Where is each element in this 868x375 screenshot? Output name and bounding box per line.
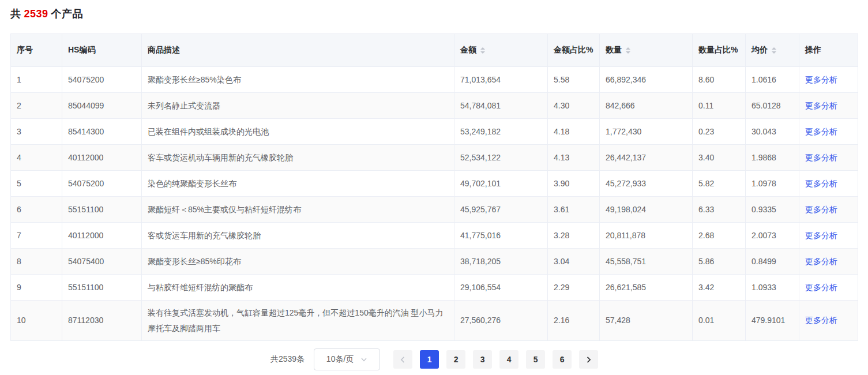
cell-description: 装有往复式活塞发动机，气缸容量超过125毫升，但不超过150毫升的汽油 型小马力… xyxy=(142,301,454,340)
cell-description: 未列名静止式变流器 xyxy=(142,93,454,118)
cell-quantity: 66,892,346 xyxy=(600,67,693,92)
page-button-1[interactable]: 1 xyxy=(420,350,439,369)
page-button-4[interactable]: 4 xyxy=(499,350,518,369)
cell-index: 10 xyxy=(11,301,62,340)
chevron-right-icon xyxy=(585,356,592,363)
more-analysis-link[interactable]: 更多分析 xyxy=(805,228,837,243)
cell-quantity: 45,272,933 xyxy=(600,171,693,196)
page-button-5[interactable]: 5 xyxy=(526,350,545,369)
column-header-amount_pct: 金额占比% xyxy=(548,34,600,66)
cell-avg_price: 0.8499 xyxy=(746,249,799,274)
cell-avg_price: 30.043 xyxy=(746,119,799,144)
sort-icon[interactable] xyxy=(480,47,485,54)
more-analysis-link[interactable]: 更多分析 xyxy=(805,202,837,217)
cell-quantity_pct: 3.40 xyxy=(693,145,746,170)
cell-amount: 71,013,654 xyxy=(454,67,548,92)
cell-description: 染色的纯聚酯变形长丝布 xyxy=(142,171,454,196)
caret-up-icon xyxy=(626,47,630,50)
column-header-amount[interactable]: 金额 xyxy=(454,34,548,66)
table-row: 554075200染色的纯聚酯变形长丝布49,702,1013.9045,272… xyxy=(11,170,858,196)
cell-amount_pct: 2.29 xyxy=(548,275,600,300)
table-row: 740112000客或货运车用新的充气橡胶轮胎41,775,0163.2820,… xyxy=(11,222,858,248)
prev-page-button[interactable] xyxy=(393,350,412,369)
cell-quantity_pct: 0.01 xyxy=(693,301,746,340)
more-analysis-link[interactable]: 更多分析 xyxy=(805,98,837,114)
table-body: 154075200聚酯变形长丝≥85%染色布71,013,6545.5866,8… xyxy=(11,66,858,340)
cell-amount: 52,534,122 xyxy=(454,145,548,170)
sort-icon[interactable] xyxy=(626,47,630,54)
cell-quantity_pct: 6.33 xyxy=(693,197,746,222)
cell-avg_price: 479.9101 xyxy=(746,301,799,340)
cell-amount_pct: 4.13 xyxy=(548,145,600,170)
cell-quantity_pct: 3.42 xyxy=(693,275,746,300)
column-header-avg_price[interactable]: 均价 xyxy=(746,34,799,66)
more-analysis-link[interactable]: 更多分析 xyxy=(805,72,837,88)
page-button-6[interactable]: 6 xyxy=(553,350,572,369)
table-row: 655151100聚酯短纤＜85%主要或仅与粘纤短纤混纺布45,925,7673… xyxy=(11,196,858,222)
more-analysis-link[interactable]: 更多分析 xyxy=(805,254,837,269)
more-analysis-link[interactable]: 更多分析 xyxy=(805,176,837,192)
cell-amount_pct: 4.18 xyxy=(548,119,600,144)
column-label: 操作 xyxy=(805,45,821,55)
cell-quantity: 842,666 xyxy=(600,93,693,118)
page-title: 共2539个产品 xyxy=(10,7,858,21)
page-size-select[interactable]: 10条/页 xyxy=(314,348,380,370)
cell-description: 客或货运车用新的充气橡胶轮胎 xyxy=(142,223,454,248)
table-row: 285044099未列名静止式变流器54,784,0814.30842,6660… xyxy=(11,92,858,118)
table-row: 955151100与粘胶纤维短纤混纺的聚酯布29,106,5542.2926,6… xyxy=(11,274,858,300)
cell-quantity: 57,428 xyxy=(600,301,693,340)
product-count: 2539 xyxy=(24,8,48,20)
cell-index: 1 xyxy=(11,67,62,92)
cell-action: 更多分析 xyxy=(799,197,858,222)
table-row: 385414300已装在组件内或组装成块的光电池53,249,1824.181,… xyxy=(11,118,858,144)
page-button-3[interactable]: 3 xyxy=(473,350,492,369)
page-size-value: 10条/页 xyxy=(326,354,354,365)
cell-hs_code: 85044099 xyxy=(62,93,142,118)
next-page-button[interactable] xyxy=(579,350,598,369)
cell-amount: 49,702,101 xyxy=(454,171,548,196)
cell-description: 客车或货运机动车辆用新的充气橡胶轮胎 xyxy=(142,145,454,170)
cell-hs_code: 54075400 xyxy=(62,249,142,274)
cell-amount: 54,784,081 xyxy=(454,93,548,118)
cell-action: 更多分析 xyxy=(799,223,858,248)
column-label: 商品描述 xyxy=(148,45,180,55)
column-label: 数量 xyxy=(606,45,622,55)
table-row: 154075200聚酯变形长丝≥85%染色布71,013,6545.5866,8… xyxy=(11,66,858,92)
caret-down-icon xyxy=(772,51,776,54)
cell-hs_code: 40112000 xyxy=(62,223,142,248)
pagination: 共2539条 10条/页 123456 xyxy=(10,348,858,370)
cell-quantity: 26,621,585 xyxy=(600,275,693,300)
cell-index: 7 xyxy=(11,223,62,248)
cell-quantity: 1,772,430 xyxy=(600,119,693,144)
more-analysis-link[interactable]: 更多分析 xyxy=(805,313,837,328)
column-header-hs_code: HS编码 xyxy=(62,34,142,66)
caret-up-icon xyxy=(772,47,776,50)
cell-quantity: 49,198,024 xyxy=(600,197,693,222)
cell-index: 8 xyxy=(11,249,62,274)
cell-amount_pct: 2.16 xyxy=(548,301,600,340)
column-header-quantity[interactable]: 数量 xyxy=(600,34,693,66)
cell-hs_code: 55151100 xyxy=(62,197,142,222)
cell-action: 更多分析 xyxy=(799,93,858,118)
column-header-action: 操作 xyxy=(799,34,858,66)
cell-description: 聚酯短纤＜85%主要或仅与粘纤短纤混纺布 xyxy=(142,197,454,222)
cell-avg_price: 1.0933 xyxy=(746,275,799,300)
sort-icon[interactable] xyxy=(772,47,776,54)
cell-description: 聚酯变形长丝≥85%印花布 xyxy=(142,249,454,274)
cell-quantity_pct: 0.23 xyxy=(693,119,746,144)
column-label: 数量占比% xyxy=(698,45,738,55)
more-analysis-link[interactable]: 更多分析 xyxy=(805,150,837,166)
more-analysis-link[interactable]: 更多分析 xyxy=(805,280,837,295)
cell-amount: 53,249,182 xyxy=(454,119,548,144)
cell-index: 4 xyxy=(11,145,62,170)
chevron-down-icon xyxy=(360,356,367,363)
more-analysis-link[interactable]: 更多分析 xyxy=(805,124,837,140)
cell-quantity_pct: 8.60 xyxy=(693,67,746,92)
cell-index: 9 xyxy=(11,275,62,300)
title-prefix: 共 xyxy=(10,8,21,20)
cell-avg_price: 65.0128 xyxy=(746,93,799,118)
cell-hs_code: 54075200 xyxy=(62,67,142,92)
cell-amount_pct: 5.58 xyxy=(548,67,600,92)
column-header-index: 序号 xyxy=(11,34,62,66)
page-button-2[interactable]: 2 xyxy=(446,350,465,369)
